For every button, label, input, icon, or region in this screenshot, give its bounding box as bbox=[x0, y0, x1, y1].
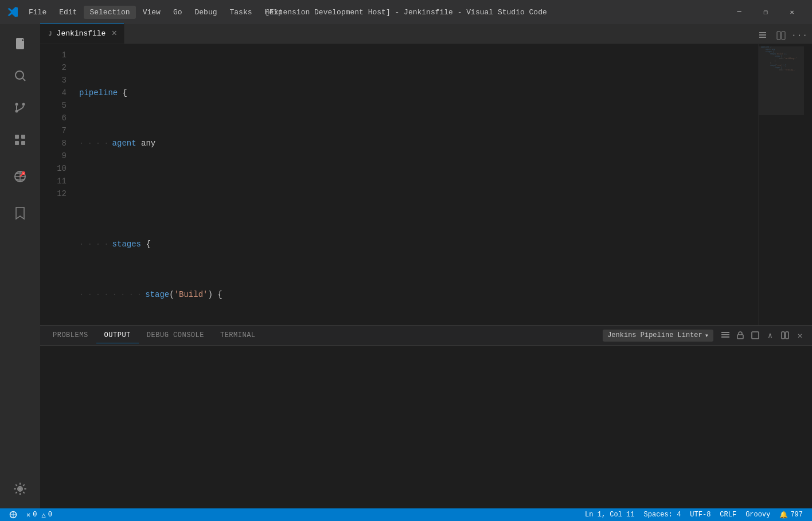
svg-rect-21 bbox=[782, 32, 785, 40]
line-number-5: 5 bbox=[40, 99, 77, 112]
panel-tabs: PROBLEMS OUTPUT DEBUG CONSOLE TERMINAL J… bbox=[40, 326, 812, 346]
svg-rect-6 bbox=[21, 135, 25, 139]
panel-tab-terminal[interactable]: TERMINAL bbox=[212, 328, 264, 343]
tab-bar: J Jenkinsfile × · bbox=[40, 24, 812, 44]
menu-selection[interactable]: Selection bbox=[84, 6, 135, 19]
code-line-4: ····stages { bbox=[77, 238, 758, 250]
line-number-3: 3 bbox=[40, 74, 77, 87]
remote-activity-icon[interactable]: ✕ bbox=[5, 162, 35, 191]
panel: PROBLEMS OUTPUT DEBUG CONSOLE TERMINAL J… bbox=[40, 325, 812, 508]
svg-rect-22 bbox=[721, 332, 729, 333]
more-actions-button[interactable]: ··· bbox=[791, 28, 807, 44]
editor-vertical-scrollbar[interactable] bbox=[804, 44, 812, 325]
panel-source-selector: Jenkins Pipeline Linter ▾ bbox=[603, 330, 713, 342]
source-dropdown[interactable]: Jenkins Pipeline Linter ▾ bbox=[603, 330, 713, 342]
panel-tab-problems[interactable]: PROBLEMS bbox=[45, 328, 96, 343]
line-number-10: 10 bbox=[40, 162, 77, 175]
settings-activity-icon[interactable] bbox=[5, 474, 35, 504]
svg-point-2 bbox=[15, 103, 18, 106]
code-line-2: ····agent any bbox=[77, 137, 758, 150]
line-number-6: 6 bbox=[40, 112, 77, 124]
line-numbers: 1 2 3 4 5 6 7 8 9 10 11 12 bbox=[40, 44, 77, 325]
menu-view[interactable]: View bbox=[137, 6, 166, 19]
source-control-activity-icon[interactable] bbox=[5, 93, 35, 123]
menu-debug[interactable]: Debug bbox=[189, 6, 222, 19]
panel-scroll-up-button[interactable]: ∧ bbox=[763, 328, 778, 343]
line-number-11: 11 bbox=[40, 175, 77, 187]
explorer-activity-icon[interactable] bbox=[5, 29, 35, 58]
menu-tasks[interactable]: Tasks bbox=[224, 6, 258, 19]
svg-point-15 bbox=[18, 487, 22, 491]
svg-rect-17 bbox=[759, 32, 766, 33]
menu-file[interactable]: File bbox=[23, 6, 52, 19]
panel-split-button[interactable] bbox=[778, 328, 793, 343]
tab-file-icon: J bbox=[48, 30, 52, 37]
svg-rect-5 bbox=[15, 135, 19, 139]
line-number-1: 1 bbox=[40, 49, 77, 61]
svg-rect-20 bbox=[777, 32, 780, 40]
window-controls: — ❐ ✕ bbox=[726, 0, 805, 24]
menu-go[interactable]: Go bbox=[167, 6, 188, 19]
status-right: Ln 1, Col 11 Spaces: 4 UTF-8 CRLF Groovy… bbox=[580, 508, 807, 521]
status-position[interactable]: Ln 1, Col 11 bbox=[580, 508, 639, 521]
code-editor[interactable]: 1 2 3 4 5 6 7 8 9 10 11 12 p bbox=[40, 44, 812, 325]
panel-clear-button[interactable] bbox=[748, 328, 763, 343]
code-content[interactable]: pipeline { ····agent any ····stages { ··… bbox=[77, 44, 758, 325]
maximize-button[interactable]: ❐ bbox=[752, 0, 779, 24]
svg-rect-24 bbox=[721, 336, 729, 338]
panel-content bbox=[40, 346, 812, 508]
code-line-5: ········stage('Build') { bbox=[77, 288, 758, 301]
status-bar: ✕ 0 △ 0 Ln 1, Col 11 Spaces: 4 UTF-8 CRL… bbox=[0, 508, 812, 521]
bell-icon: 🔔 bbox=[779, 511, 788, 519]
status-remote-icon[interactable] bbox=[5, 508, 22, 521]
window-title: [Extension Development Host] - Jenkinsfi… bbox=[265, 8, 546, 17]
status-spaces[interactable]: Spaces: 4 bbox=[639, 508, 686, 521]
svg-point-3 bbox=[22, 103, 25, 106]
svg-rect-28 bbox=[786, 332, 788, 339]
extensions-activity-icon[interactable] bbox=[5, 125, 35, 155]
tab-actions: ··· bbox=[755, 28, 812, 44]
line-number-12: 12 bbox=[40, 187, 77, 200]
tab-close-button[interactable]: × bbox=[110, 28, 118, 40]
svg-rect-23 bbox=[721, 334, 729, 335]
source-arrow-icon: ▾ bbox=[705, 331, 709, 340]
tab-label: Jenkinsfile bbox=[57, 29, 106, 38]
status-line-ending[interactable]: CRLF bbox=[715, 508, 741, 521]
svg-point-0 bbox=[15, 71, 24, 79]
toggle-panel-button[interactable] bbox=[755, 28, 771, 44]
svg-rect-19 bbox=[759, 37, 766, 38]
line-number-8: 8 bbox=[40, 137, 77, 150]
close-button[interactable]: ✕ bbox=[779, 0, 805, 24]
activity-bar: ✕ bbox=[0, 24, 40, 508]
search-activity-icon[interactable] bbox=[5, 61, 35, 91]
main-layout: ✕ J Jenkinsfile × bbox=[0, 24, 812, 508]
warning-count: 0 bbox=[48, 511, 52, 519]
editor-tab-jenkinsfile[interactable]: J Jenkinsfile × bbox=[40, 23, 124, 44]
panel-close-button[interactable]: ✕ bbox=[793, 328, 807, 343]
split-editor-button[interactable] bbox=[773, 28, 789, 44]
panel-filter-button[interactable] bbox=[718, 328, 733, 343]
minimize-button[interactable]: — bbox=[726, 0, 752, 24]
svg-rect-25 bbox=[737, 335, 743, 339]
warning-icon: △ bbox=[41, 511, 45, 519]
titlebar: File Edit Selection View Go Debug Tasks … bbox=[0, 0, 812, 24]
source-label: Jenkins Pipeline Linter bbox=[607, 331, 702, 339]
line-number-9: 9 bbox=[40, 150, 77, 162]
status-notifications[interactable]: 🔔 797 bbox=[775, 508, 807, 521]
bookmarks-activity-icon[interactable] bbox=[5, 198, 35, 228]
line-number-7: 7 bbox=[40, 124, 77, 137]
status-errors[interactable]: ✕ 0 △ 0 bbox=[22, 508, 57, 521]
panel-tab-output[interactable]: OUTPUT bbox=[96, 328, 139, 343]
svg-rect-26 bbox=[752, 332, 759, 339]
menu-edit[interactable]: Edit bbox=[53, 6, 83, 19]
svg-rect-27 bbox=[782, 332, 784, 339]
panel-lock-button[interactable] bbox=[733, 328, 748, 343]
vscode-logo-icon bbox=[7, 6, 18, 18]
menu-bar: File Edit Selection View Go Debug Tasks … bbox=[23, 6, 288, 19]
notification-count: 797 bbox=[790, 511, 803, 519]
panel-tab-debug-console[interactable]: DEBUG CONSOLE bbox=[139, 328, 212, 343]
svg-rect-18 bbox=[759, 34, 766, 36]
code-line-3 bbox=[77, 187, 758, 200]
status-encoding[interactable]: UTF-8 bbox=[685, 508, 715, 521]
status-language[interactable]: Groovy bbox=[741, 508, 775, 521]
